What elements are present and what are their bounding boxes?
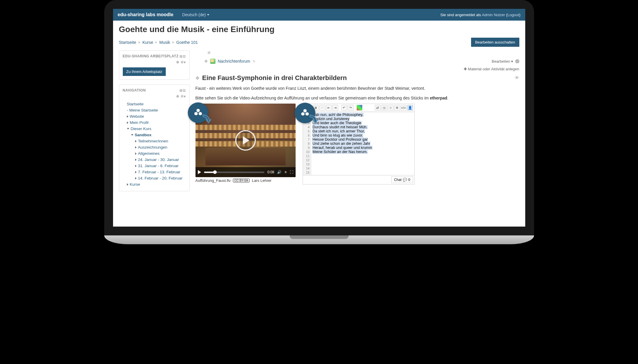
collapse-icon[interactable] [127,128,129,129]
hide-icon[interactable]: ⊡ [183,54,186,58]
play-icon [243,136,249,144]
nav-allgemeines[interactable]: Allgemeines [138,151,160,156]
crumb-musik[interactable]: Musik [159,40,170,45]
nav-teilnehmer[interactable]: Teilnehmer/innen [138,139,168,143]
dock-icon[interactable]: ⊟ [180,89,183,92]
users-button[interactable]: 👤 [407,105,413,111]
expand-icon[interactable] [135,171,137,173]
collapse-icon[interactable] [131,134,133,136]
nav-mein-profil[interactable]: Mein Profil [130,120,149,125]
laptop-frame: edu-sharing labs moodle Deutsch (de) Sie… [104,0,534,244]
move-icon[interactable]: ✥ [176,94,179,99]
logout-link[interactable]: Logout [507,13,519,17]
ul-button[interactable]: ∷ [319,105,325,111]
breadcrumb: Startseite Kurse Musik Goethe 101 [119,40,198,45]
nav-week1[interactable]: 24. Januar - 30. Januar [138,157,179,162]
chat-button[interactable]: Chat 💬 0 [391,177,413,183]
chevron-down-icon [207,14,209,16]
nav-start[interactable]: Startseite [127,102,144,106]
bullet-icon: ▪ [127,109,128,112]
move-icon[interactable]: ✥ [204,59,208,64]
breadcrumb-sep-icon [155,41,157,44]
expand-icon[interactable] [127,122,128,124]
indent-button[interactable]: ⇥ [332,105,338,111]
nav-sandbox[interactable]: Sandbox [135,133,152,137]
nav-website[interactable]: Website [130,114,144,119]
pencil-icon[interactable]: ✎ [253,59,255,63]
play-icon[interactable] [198,170,201,174]
nav-tree: Startseite ▪Meine Startseite Website Mei… [123,101,186,187]
user-link[interactable]: Admin Nutzer [482,13,505,17]
nav-dieser-kurs[interactable]: Dieser Kurs [131,127,152,131]
video-filename: Aufführung_Faust.flv [195,178,231,183]
edusharing-badge-icon [295,103,315,123]
paren-close: ) [519,13,520,17]
expand-icon[interactable] [127,183,128,186]
edit-dropdown[interactable]: Bearbeiten ▾ [492,59,513,64]
gear-icon[interactable]: ✲▾ [180,60,186,64]
nav-meine-startseite[interactable]: Meine Startseite [129,108,158,112]
page-title: Goehte und die Musik - eine Einführung [119,25,519,34]
gear-icon[interactable]: ✲▾ [180,94,186,99]
settings-button[interactable]: ✲ [394,105,400,111]
embed-button[interactable]: </> [401,105,407,111]
expand-icon[interactable] [135,152,137,155]
gear-icon[interactable]: ✲ [207,50,211,55]
expand-icon[interactable] [127,115,128,118]
expand-icon[interactable] [135,177,137,179]
expand-icon[interactable] [135,140,137,142]
expand-icon[interactable] [135,165,137,167]
language-selector[interactable]: Deutsch (de) [182,12,209,17]
move-icon[interactable]: ✥ [176,60,179,64]
star-button[interactable]: ☆ [388,105,394,111]
forum-link[interactable]: Nachrichtenforum [218,59,251,64]
section-desc-1: Faust - ein weiteres Werk von Goethe wur… [195,85,519,92]
laptop-base [104,235,534,244]
progress-track[interactable] [204,172,265,173]
language-label: Deutsch (de) [182,12,206,17]
fullscreen-icon[interactable]: ⛶ [290,170,293,174]
add-activity-link[interactable]: ✚ Material oder Aktivität anlegen [195,67,519,71]
move-icon[interactable]: ✥ [195,75,199,81]
editor-lines[interactable]: Hab nun, ach! die Philosophey,Medizin un… [311,112,414,175]
color-button[interactable] [357,105,362,111]
brand[interactable]: edu-sharing labs moodle [118,12,173,17]
outdent-button[interactable]: ⇤ [326,105,332,111]
person-icon[interactable] [515,59,519,63]
section-desc-2: Bitte sehen Sie sich die Video-Aufzeichn… [195,95,519,101]
editor-toolbar: S ≣ ∷ ⇤ ⇥ ↶ ↷ [303,104,414,112]
editor-body[interactable]: 123456789101112131415 Hab nun, ach! die … [303,112,414,175]
nav-auszeichnungen[interactable]: Auszeichnungen [138,145,168,149]
play-button[interactable] [235,130,256,151]
section-title: Eine Faust-Symphonie in drei Charakterbi… [202,74,347,82]
import-export-button[interactable]: ⇄ [375,105,381,111]
crumb-start[interactable]: Startseite [119,40,136,45]
eye-icon[interactable]: 👁 [515,75,519,81]
video-caption: Aufführung_Faust.flv CC BY-SA Lars Lehre… [195,178,296,183]
block-title: NAVIGATION [123,88,146,92]
toggle-editing-button[interactable]: Bearbeiten ausschalten [471,38,519,47]
hide-icon[interactable]: ⊡ [183,89,186,92]
timeslider-button[interactable]: ◷ [381,105,387,111]
main-content: ✲ ✥ Nachrichtenforum ✎ Bearbeiten ▾ ✚ Ma… [195,50,519,196]
nav-week2[interactable]: 31. Januar - 6. Februar [138,164,179,168]
expand-icon[interactable] [135,146,137,149]
crumb-goethe[interactable]: Goethe 101 [176,40,198,45]
nav-week4[interactable]: 14. Februar - 20. Februar [138,176,183,180]
redo-button[interactable]: ↷ [348,105,354,111]
login-prefix: Sie sind angemeldet als [440,13,482,17]
video-time: 0:08 [267,170,274,174]
crumb-kurse[interactable]: Kurse [142,40,153,45]
block-navigation: NAVIGATION ⊟ ⊡ ✥ ✲▾ Startseite [119,84,190,191]
expand-icon[interactable] [135,159,137,161]
nav-kurse[interactable]: Kurse [130,182,140,187]
dock-icon[interactable]: ⊟ [180,54,183,58]
undo-button[interactable]: ↶ [341,105,347,111]
forum-icon [210,59,216,64]
workspace-button[interactable]: Zu Ihrem Arbeitsplatz [123,67,166,76]
laptop-screen: edu-sharing labs moodle Deutsch (de) Sie… [104,0,534,235]
settings-icon[interactable]: ≡ [284,170,286,174]
nav-week3[interactable]: 7. Februar - 13. Februar [138,170,180,174]
volume-icon[interactable]: 🔊 [277,170,281,174]
license-badge: CC BY-SA [233,179,249,182]
